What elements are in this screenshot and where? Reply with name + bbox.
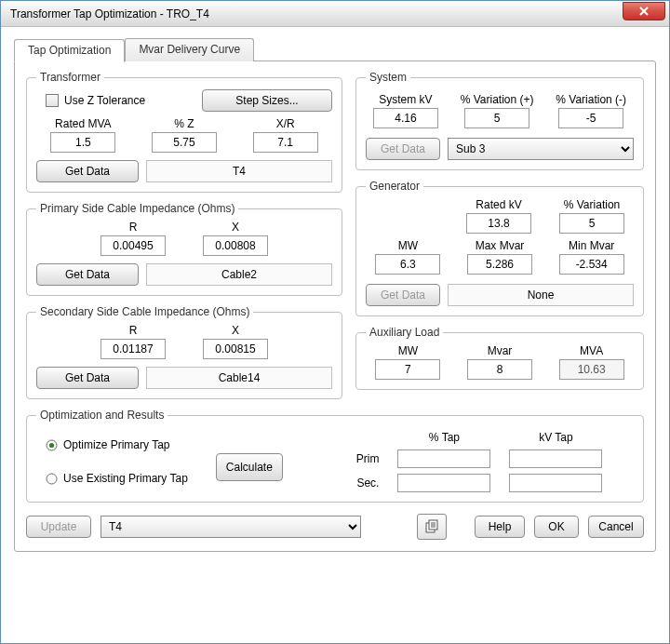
checkbox-use-z-tolerance[interactable] (46, 94, 59, 107)
label-use-z-tolerance: Use Z Tolerance (64, 94, 145, 107)
output-prim-pct-tap[interactable] (397, 449, 490, 468)
label-rated-mva: Rated MVA (55, 117, 111, 130)
input-aux-mw[interactable] (375, 359, 440, 380)
info-generator: None (448, 284, 634, 306)
group-secondary-cable: Secondary Side Cable Impedance (Ohms) R … (26, 305, 342, 399)
input-gen-min-mvar[interactable] (559, 254, 624, 275)
dialog-window: Transformer Tap Optimization - TRO_T4 Ta… (0, 0, 670, 644)
copy-icon (423, 518, 440, 535)
legend-transformer: Transformer (36, 71, 104, 84)
label-var-plus: % Variation (+) (461, 93, 534, 106)
bottom-button-row: Update T4 Help OK Cancel (26, 514, 644, 540)
input-rated-mva[interactable] (50, 132, 115, 153)
combo-system[interactable]: Sub 3 (448, 138, 634, 160)
input-gen-pct-var[interactable] (559, 213, 624, 234)
input-sec-x[interactable] (203, 339, 268, 359)
info-transformer: T4 (146, 160, 332, 182)
tab-mvar-curve[interactable]: Mvar Delivery Curve (125, 38, 254, 61)
button-get-data-transformer[interactable]: Get Data (36, 160, 139, 182)
label-prim-x: X (232, 221, 239, 234)
button-copy-icon[interactable] (417, 514, 447, 540)
output-sec-kv-tap[interactable] (509, 474, 602, 492)
button-get-data-secondary[interactable]: Get Data (36, 367, 139, 389)
legend-primary-cable: Primary Side Cable Impedance (Ohms) (36, 202, 238, 215)
combo-bottom[interactable]: T4 (100, 516, 361, 538)
header-kv-tap: kV Tap (509, 431, 602, 444)
legend-generator: Generator (366, 180, 423, 193)
svg-point-2 (47, 474, 57, 484)
input-var-minus[interactable] (558, 108, 623, 128)
input-prim-r[interactable] (100, 235, 166, 256)
svg-point-1 (49, 442, 54, 447)
button-help[interactable]: Help (475, 516, 525, 538)
label-sec-r: R (129, 324, 138, 337)
input-xr[interactable] (253, 132, 318, 153)
label-gen-min-mvar: Min Mvar (569, 239, 614, 252)
label-var-minus: % Variation (-) (556, 93, 626, 106)
legend-opt-results: Optimization and Results (36, 409, 168, 422)
input-var-plus[interactable] (464, 108, 529, 128)
button-calculate[interactable]: Calculate (216, 453, 283, 481)
tab-strip: Tap Optimization Mvar Delivery Curve (14, 38, 656, 61)
label-gen-pct-var: % Variation (564, 198, 620, 211)
input-prim-x[interactable] (203, 235, 268, 256)
output-sec-pct-tap[interactable] (397, 474, 490, 492)
info-secondary-cable: Cable14 (146, 367, 332, 389)
button-get-data-primary[interactable]: Get Data (36, 263, 139, 286)
label-aux-mva: MVA (580, 344, 603, 357)
label-gen-max-mvar: Max Mvar (476, 239, 525, 252)
radio-optimize-primary[interactable] (46, 439, 58, 451)
button-ok[interactable]: OK (534, 516, 579, 538)
content-area: Tap Optimization Mvar Delivery Curve Tra… (1, 27, 669, 561)
label-system-kv: System kV (379, 93, 432, 106)
label-aux-mvar: Mvar (488, 344, 513, 357)
input-gen-rated-kv[interactable] (466, 213, 531, 234)
legend-system: System (366, 71, 410, 84)
window-title: Transformer Tap Optimization - TRO_T4 (10, 7, 623, 20)
input-sec-r[interactable] (100, 339, 166, 359)
header-pct-tap: % Tap (397, 431, 490, 444)
close-button[interactable] (623, 2, 665, 20)
input-gen-mw[interactable] (375, 254, 440, 275)
label-optimize-primary: Optimize Primary Tap (63, 438, 169, 451)
label-prim-row: Prim (342, 452, 379, 465)
input-aux-mva (559, 359, 624, 380)
output-prim-kv-tap[interactable] (509, 449, 602, 468)
label-use-existing: Use Existing Primary Tap (63, 472, 188, 485)
titlebar: Transformer Tap Optimization - TRO_T4 (1, 1, 669, 27)
radio-use-existing[interactable] (46, 473, 58, 485)
group-primary-cable: Primary Side Cable Impedance (Ohms) R X (26, 202, 342, 296)
label-sec-row: Sec. (342, 476, 379, 490)
group-generator: Generator Rated kV % Variation (355, 180, 644, 316)
info-primary-cable: Cable2 (146, 263, 332, 286)
input-gen-max-mvar[interactable] (467, 254, 532, 275)
button-get-data-system[interactable]: Get Data (366, 138, 440, 160)
legend-secondary-cable: Secondary Side Cable Impedance (Ohms) (36, 305, 253, 318)
input-pct-z[interactable] (152, 132, 217, 153)
input-aux-mvar[interactable] (467, 359, 532, 380)
group-system: System System kV % Variation (+) (355, 71, 644, 170)
label-pct-z: % Z (174, 117, 194, 130)
label-gen-mw: MW (398, 239, 418, 252)
input-system-kv[interactable] (373, 108, 438, 128)
tab-tap-optimization[interactable]: Tap Optimization (14, 39, 125, 62)
button-step-sizes[interactable]: Step Sizes... (202, 89, 332, 112)
label-xr: X/R (276, 117, 295, 130)
group-aux-load: Auxiliary Load MW Mvar MVA (355, 326, 644, 390)
label-gen-rated-kv: Rated kV (476, 198, 521, 211)
button-update[interactable]: Update (26, 516, 91, 538)
group-transformer: Transformer Use Z Tolerance Step Sizes..… (26, 71, 342, 193)
group-opt-results: Optimization and Results Optimize Primar… (26, 409, 644, 503)
label-aux-mw: MW (398, 344, 418, 357)
legend-aux-load: Auxiliary Load (366, 326, 443, 339)
tab-panel: Transformer Use Z Tolerance Step Sizes..… (14, 60, 656, 552)
close-icon (639, 7, 649, 16)
label-prim-r: R (129, 221, 138, 234)
button-get-data-generator[interactable]: Get Data (366, 284, 440, 306)
label-sec-x: X (232, 324, 239, 337)
button-cancel[interactable]: Cancel (588, 516, 644, 538)
